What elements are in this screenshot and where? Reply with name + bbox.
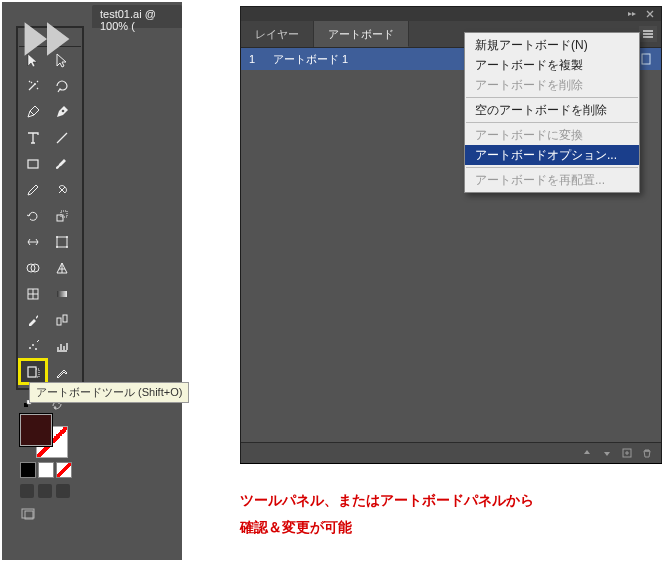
document-tab[interactable]: test01.ai @ 100% ( — [92, 5, 182, 28]
delete-icon[interactable] — [641, 447, 653, 459]
draw-normal-mode[interactable] — [20, 484, 34, 498]
artboard-options-icon[interactable] — [641, 53, 653, 65]
selection-tool[interactable] — [19, 47, 47, 72]
svg-point-0 — [34, 83, 36, 85]
svg-rect-13 — [57, 291, 67, 297]
menu-separator — [466, 97, 638, 98]
color-mode-gradient[interactable] — [38, 462, 54, 478]
lasso-tool[interactable] — [48, 73, 76, 98]
svg-point-8 — [56, 246, 58, 248]
svg-rect-24 — [642, 54, 650, 64]
svg-point-1 — [62, 109, 65, 112]
color-mode-none[interactable] — [56, 462, 72, 478]
menu-separator — [466, 167, 638, 168]
panel-footer — [241, 442, 661, 463]
svg-point-18 — [35, 348, 37, 350]
menu-delete-empty-artboards[interactable]: 空のアートボードを削除 — [465, 100, 639, 120]
svg-point-7 — [66, 236, 68, 238]
move-down-icon[interactable] — [601, 447, 613, 459]
tab-layers-label: レイヤー — [255, 28, 299, 40]
perspective-tool[interactable] — [48, 255, 76, 280]
free-transform-tool[interactable] — [48, 229, 76, 254]
menu-artboard-options[interactable]: アートボードオプション... — [465, 145, 639, 165]
tab-artboards-label: アートボード — [328, 28, 394, 40]
svg-point-17 — [32, 344, 34, 346]
magic-wand-tool[interactable] — [19, 73, 47, 98]
annotation-line-1: ツールパネル、またはアートボードパネルから — [240, 487, 534, 514]
pen-tool[interactable] — [19, 99, 47, 124]
rectangle-tool[interactable] — [19, 151, 47, 176]
annotation: ツールパネル、またはアートボードパネルから 確認＆変更が可能 — [240, 487, 534, 540]
line-tool[interactable] — [48, 125, 76, 150]
screen-mode-icon[interactable] — [20, 506, 36, 522]
svg-rect-3 — [57, 215, 63, 221]
svg-rect-15 — [63, 315, 67, 322]
menu-separator — [466, 122, 638, 123]
tools-header — [19, 31, 81, 47]
curvature-tool[interactable] — [48, 99, 76, 124]
collapse-icon[interactable] — [627, 9, 637, 19]
tab-artboards[interactable]: アートボード — [314, 21, 409, 47]
rotate-tool[interactable] — [19, 203, 47, 228]
draw-behind-mode[interactable] — [38, 484, 52, 498]
menu-rearrange-artboards: アートボードを再配置... — [465, 170, 639, 190]
menu-new-artboard[interactable]: 新規アートボード(N) — [465, 35, 639, 55]
svg-rect-4 — [61, 211, 67, 217]
close-icon[interactable] — [645, 9, 655, 19]
mesh-tool[interactable] — [19, 281, 47, 306]
svg-rect-5 — [57, 237, 67, 247]
fill-swatch[interactable] — [20, 414, 52, 446]
svg-rect-22 — [22, 509, 34, 518]
tools-grid — [16, 26, 84, 390]
shape-builder-tool[interactable] — [19, 255, 47, 280]
svg-point-6 — [56, 236, 58, 238]
slice-tool[interactable] — [48, 359, 76, 384]
menu-icon — [642, 28, 654, 40]
annotation-line-2: 確認＆変更が可能 — [240, 514, 534, 541]
tooltip-text: アートボードツール (Shift+O) — [36, 386, 182, 398]
move-up-icon[interactable] — [581, 447, 593, 459]
tools-panel: test01.ai @ 100% ( — [2, 2, 182, 560]
svg-rect-19 — [28, 367, 36, 377]
tab-layers[interactable]: レイヤー — [241, 21, 314, 47]
eyedropper-tool[interactable] — [19, 307, 47, 332]
svg-point-16 — [29, 347, 31, 349]
menu-duplicate-artboard[interactable]: アートボードを複製 — [465, 55, 639, 75]
svg-point-9 — [66, 246, 68, 248]
menu-delete-artboard: アートボードを削除 — [465, 75, 639, 95]
fill-stroke-area — [20, 400, 72, 522]
artboard-index: 1 — [249, 53, 259, 65]
pencil-tool[interactable] — [19, 177, 47, 202]
width-tool[interactable] — [19, 229, 47, 254]
direct-selection-tool[interactable] — [48, 47, 76, 72]
new-artboard-icon[interactable] — [621, 447, 633, 459]
menu-convert-to-artboard: アートボードに変換 — [465, 125, 639, 145]
panel-menu-button[interactable] — [639, 26, 657, 42]
eraser-tool[interactable] — [48, 177, 76, 202]
tooltip: アートボードツール (Shift+O) — [29, 382, 189, 403]
blend-tool[interactable] — [48, 307, 76, 332]
panel-context-menu: 新規アートボード(N) アートボードを複製 アートボードを削除 空のアートボード… — [464, 32, 640, 193]
draw-inside-mode[interactable] — [56, 484, 70, 498]
scale-tool[interactable] — [48, 203, 76, 228]
symbol-spray-tool[interactable] — [19, 333, 47, 358]
svg-rect-2 — [28, 160, 38, 168]
brush-tool[interactable] — [48, 151, 76, 176]
type-tool[interactable] — [19, 125, 47, 150]
panel-head — [241, 7, 661, 21]
gradient-tool[interactable] — [48, 281, 76, 306]
svg-rect-14 — [57, 318, 61, 325]
color-mode-color[interactable] — [20, 462, 36, 478]
artboard-tool[interactable] — [19, 359, 47, 384]
graph-tool[interactable] — [48, 333, 76, 358]
